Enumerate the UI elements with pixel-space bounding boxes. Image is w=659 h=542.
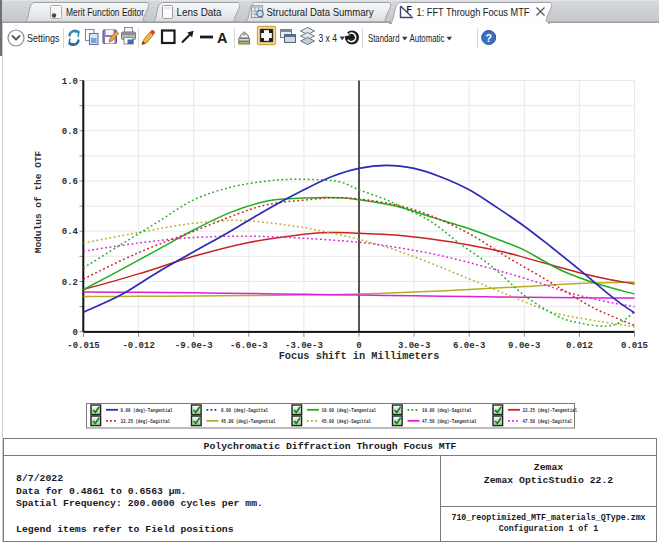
svg-text:19.00 (deg)-Sagittal: 19.00 (deg)-Sagittal: [422, 407, 472, 414]
svg-text:47.50 (deg)-Sagittal: 47.50 (deg)-Sagittal: [523, 418, 573, 425]
svg-text:47.50 (deg)-Tangential: 47.50 (deg)-Tangential: [422, 418, 477, 425]
svg-text:45.00 (deg)-Tangential: 45.00 (deg)-Tangential: [221, 418, 276, 425]
svg-text:0.00 (deg)-Tangential: 0.00 (deg)-Tangential: [121, 407, 173, 414]
svg-text:19.00 (deg)-Tangential: 19.00 (deg)-Tangential: [322, 407, 377, 414]
svg-text:33.25 (deg)-Sagittal: 33.25 (deg)-Sagittal: [121, 418, 171, 425]
svg-text:0.00 (deg)-Sagittal: 0.00 (deg)-Sagittal: [221, 407, 268, 414]
svg-text:45.00 (deg)-Sagittal: 45.00 (deg)-Sagittal: [322, 418, 372, 425]
svg-text:33.25 (deg)-Tangential: 33.25 (deg)-Tangential: [523, 407, 578, 414]
